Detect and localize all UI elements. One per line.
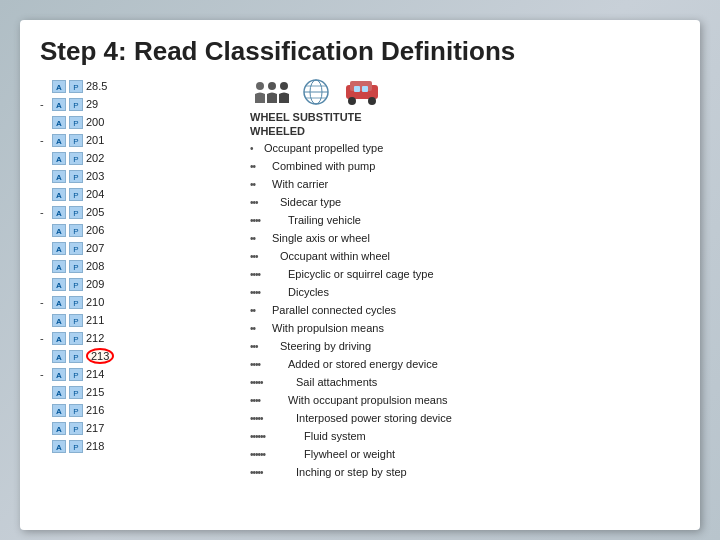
icon-p[interactable]: P <box>69 134 83 147</box>
entry-text: Dicycles <box>288 286 329 298</box>
list-item: •••••Sail attachments <box>250 373 680 391</box>
table-row: AP209 <box>40 275 240 293</box>
row-number: 29 <box>86 98 114 110</box>
icon-p[interactable]: P <box>69 332 83 345</box>
row-number: 210 <box>86 296 114 308</box>
icon-p[interactable]: P <box>69 260 83 273</box>
row-number: 201 <box>86 134 114 146</box>
svg-rect-9 <box>350 81 372 91</box>
entry-text: Added or stored energy device <box>288 358 438 370</box>
list-item: •••••Inching or step by step <box>250 463 680 481</box>
icon-a[interactable]: A <box>52 188 66 201</box>
entry-text: With carrier <box>272 178 328 190</box>
icon-p[interactable]: P <box>69 80 83 93</box>
icon-a[interactable]: A <box>52 440 66 453</box>
page-title: Step 4: Read Classification Definitions <box>40 36 680 67</box>
icon-p[interactable]: P <box>69 440 83 453</box>
entries-list: •Occupant propelled type••Combined with … <box>250 139 680 481</box>
icon-p[interactable]: P <box>69 170 83 183</box>
entry-text: Sidecar type <box>280 196 341 208</box>
dash-icon: - <box>40 206 50 218</box>
list-item: •••Occupant within wheel <box>250 247 680 265</box>
bullet-dots: •••• <box>250 359 286 370</box>
svg-point-10 <box>348 97 356 105</box>
entry-text: Flywheel or weight <box>304 448 395 460</box>
icon-p[interactable]: P <box>69 206 83 219</box>
row-number: 28.5 <box>86 80 114 92</box>
row-number: 217 <box>86 422 114 434</box>
bullet-dots: •••••• <box>250 449 302 460</box>
icon-a[interactable]: A <box>52 422 66 435</box>
icon-p[interactable]: P <box>69 98 83 111</box>
icon-p[interactable]: P <box>69 242 83 255</box>
table-row: AP208 <box>40 257 240 275</box>
icon-a[interactable]: A <box>52 242 66 255</box>
list-item: ••••Added or stored energy device <box>250 355 680 373</box>
list-item: ••••Dicycles <box>250 283 680 301</box>
list-item: •••Steering by driving <box>250 337 680 355</box>
row-number: 208 <box>86 260 114 272</box>
table-row: AP200 <box>40 113 240 131</box>
icon-a[interactable]: A <box>52 386 66 399</box>
entry-text: Occupant within wheel <box>280 250 390 262</box>
list-item: ••Single axis or wheel <box>250 229 680 247</box>
entry-text: Interposed power storing device <box>296 412 452 424</box>
icon-p[interactable]: P <box>69 224 83 237</box>
icon-a[interactable]: A <box>52 98 66 111</box>
icon-p[interactable]: P <box>69 422 83 435</box>
table-row: -AP214 <box>40 365 240 383</box>
icon-a[interactable]: A <box>52 368 66 381</box>
icon-a[interactable]: A <box>52 296 66 309</box>
icon-p[interactable]: P <box>69 314 83 327</box>
table-row: AP28.5 <box>40 77 240 95</box>
row-number: 203 <box>86 170 114 182</box>
icon-a[interactable]: A <box>52 170 66 183</box>
entry-text: Combined with pump <box>272 160 375 172</box>
entry-text: Occupant propelled type <box>264 142 383 154</box>
row-number: 206 <box>86 224 114 236</box>
icon-p[interactable]: P <box>69 278 83 291</box>
left-column: AP28.5-AP29AP200-AP201AP202AP203AP204-AP… <box>40 77 240 481</box>
icon-a[interactable]: A <box>52 116 66 129</box>
icon-p[interactable]: P <box>69 368 83 381</box>
icon-p[interactable]: P <box>69 296 83 309</box>
header-wheeled: WHEELED <box>250 125 680 137</box>
icon-p[interactable]: P <box>69 188 83 201</box>
icon-p[interactable]: P <box>69 350 83 363</box>
icon-a[interactable]: A <box>52 152 66 165</box>
bullet-dots: • <box>250 143 262 154</box>
table-row: -AP201 <box>40 131 240 149</box>
table-row: AP207 <box>40 239 240 257</box>
bullet-dots: ••••• <box>250 413 294 424</box>
row-number: 211 <box>86 314 114 326</box>
dash-icon: - <box>40 296 50 308</box>
icon-a[interactable]: A <box>52 314 66 327</box>
main-card: Step 4: Read Classification Definitions … <box>20 20 700 530</box>
bullet-dots: •••• <box>250 269 286 280</box>
icon-a[interactable]: A <box>52 80 66 93</box>
table-row: -AP205 <box>40 203 240 221</box>
svg-point-0 <box>256 82 264 90</box>
list-item: ••••Epicyclic or squirrel cage type <box>250 265 680 283</box>
icon-a[interactable]: A <box>52 332 66 345</box>
globe-icon <box>296 77 336 107</box>
table-row: AP204 <box>40 185 240 203</box>
icon-a[interactable]: A <box>52 206 66 219</box>
right-column: WHEEL SUBSTITUTE WHEELED •Occupant prope… <box>240 77 680 481</box>
table-row: -AP29 <box>40 95 240 113</box>
icon-p[interactable]: P <box>69 404 83 417</box>
entry-text: With propulsion means <box>272 322 384 334</box>
icon-a[interactable]: A <box>52 224 66 237</box>
table-row: AP213 <box>40 347 240 365</box>
icon-a[interactable]: A <box>52 134 66 147</box>
bullet-dots: ••• <box>250 197 278 208</box>
icon-a[interactable]: A <box>52 350 66 363</box>
icon-p[interactable]: P <box>69 386 83 399</box>
entry-text: Trailing vehicle <box>288 214 361 226</box>
icon-a[interactable]: A <box>52 260 66 273</box>
icon-p[interactable]: P <box>69 152 83 165</box>
icon-a[interactable]: A <box>52 404 66 417</box>
icon-p[interactable]: P <box>69 116 83 129</box>
icon-a[interactable]: A <box>52 278 66 291</box>
bullet-dots: ••• <box>250 251 278 262</box>
